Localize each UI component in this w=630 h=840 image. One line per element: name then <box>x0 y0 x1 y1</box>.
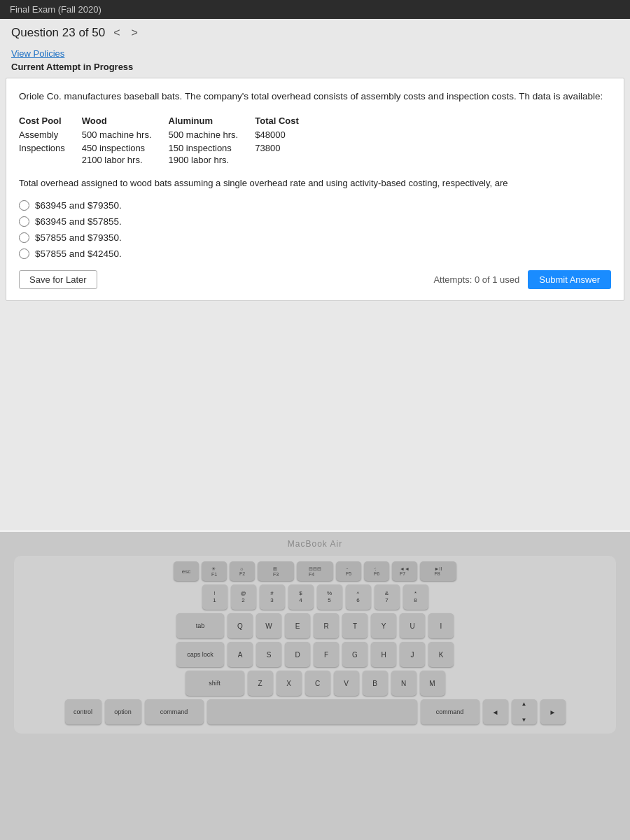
f-key[interactable]: F <box>314 642 339 667</box>
key-7[interactable]: &7 <box>374 584 400 610</box>
f8-key[interactable]: ►IIF8 <box>420 561 456 581</box>
option-1: $63945 and $79350. <box>19 200 611 211</box>
question-box: Oriole Co. manufactures baseball bats. T… <box>6 78 624 301</box>
table-row: Assembly 500 machine hrs. 500 machine hr… <box>19 128 316 141</box>
b-key[interactable]: B <box>363 671 388 696</box>
space-key[interactable] <box>207 699 417 724</box>
fn-row: esc ☀F1 ☼F2 ⊞F3 ⊟⊟⊟F4 ··F5 ·:F6 ◄◄F7 ►II… <box>22 561 608 581</box>
k-key[interactable]: K <box>428 642 454 667</box>
question-text: Oriole Co. manufactures baseball bats. T… <box>19 90 611 104</box>
row3-col4 <box>255 155 316 167</box>
q-key[interactable]: Q <box>227 613 253 638</box>
option-4-label[interactable]: $57855 and $42450. <box>35 248 122 259</box>
row3-col3: 1900 labor hrs. <box>169 155 255 167</box>
key-4[interactable]: $4 <box>288 584 314 610</box>
d-key[interactable]: D <box>285 642 310 667</box>
up-down-key[interactable]: ▲▼ <box>512 699 537 724</box>
y-key[interactable]: Y <box>371 613 396 638</box>
col-header-aluminum: Aluminum <box>169 113 255 128</box>
current-attempt-label: Current Attempt in Progress <box>0 60 630 78</box>
prev-arrow[interactable]: < <box>111 27 122 39</box>
i-key[interactable]: I <box>428 613 454 638</box>
next-arrow[interactable]: > <box>129 27 141 39</box>
col-header-wood: Wood <box>82 113 169 128</box>
key-5[interactable]: %5 <box>317 584 342 610</box>
g-key[interactable]: G <box>342 642 368 667</box>
view-policies-link[interactable]: View Policies <box>0 47 630 60</box>
content-area: Question 23 of 50 < > View Policies Curr… <box>0 19 630 530</box>
bottom-row: shift Z X C V B N M <box>22 671 608 696</box>
e-key[interactable]: E <box>285 613 310 638</box>
cmd-right-key[interactable]: command <box>421 699 479 724</box>
question-number: Question 23 of 50 <box>11 26 105 40</box>
cmd-key[interactable]: command <box>145 699 204 724</box>
a-key[interactable]: A <box>227 642 253 667</box>
row3-col2: 2100 labor hrs. <box>82 155 169 167</box>
v-key[interactable]: V <box>334 671 359 696</box>
t-key[interactable]: T <box>342 613 368 638</box>
save-later-button[interactable]: Save for Later <box>19 270 97 289</box>
key-6[interactable]: ^6 <box>346 584 371 610</box>
attempts-text: Attempts: 0 of 1 used <box>433 274 519 285</box>
f1-key[interactable]: ☀F1 <box>202 561 227 581</box>
f3-key[interactable]: ⊞F3 <box>258 561 294 581</box>
keyboard-area: MacBook Air esc ☀F1 ☼F2 ⊞F3 ⊟⊟⊟F4 ··F5 ·… <box>0 532 630 840</box>
row2-col1: Inspections <box>19 141 82 155</box>
j-key[interactable]: J <box>400 642 425 667</box>
option-3: $57855 and $79350. <box>19 232 611 243</box>
col-header-pool: Cost Pool <box>19 113 82 128</box>
key-8[interactable]: *8 <box>403 584 428 610</box>
tab-key[interactable]: tab <box>176 613 224 638</box>
number-row: !1 @2 #3 $4 %5 ^6 &7 *8 <box>22 584 608 610</box>
key-1[interactable]: !1 <box>202 584 227 610</box>
s-key[interactable]: S <box>256 642 281 667</box>
option-2-label[interactable]: $63945 and $57855. <box>35 216 122 227</box>
table-row: Inspections 450 inspections 150 inspecti… <box>19 141 316 155</box>
top-bar: Final Exam (Fall 2020) <box>0 0 630 19</box>
h-key[interactable]: H <box>371 642 396 667</box>
f6-key[interactable]: ·:F6 <box>364 561 389 581</box>
z-key[interactable]: Z <box>248 671 273 696</box>
qwerty-row: tab Q W E R T Y U I <box>22 613 608 638</box>
esc-key[interactable]: esc <box>174 561 199 581</box>
u-key[interactable]: U <box>400 613 425 638</box>
option-4: $57855 and $42450. <box>19 248 611 259</box>
ctrl-key[interactable]: control <box>65 699 102 724</box>
row1-col2: 500 machine hrs. <box>82 128 169 141</box>
n-key[interactable]: N <box>391 671 416 696</box>
radio-opt1[interactable] <box>19 200 29 211</box>
left-arrow-key[interactable]: ◄ <box>483 699 508 724</box>
radio-opt3[interactable] <box>19 232 29 243</box>
row2-col4: 73800 <box>255 141 316 155</box>
screen: Final Exam (Fall 2020) Question 23 of 50… <box>0 0 630 532</box>
f2-key[interactable]: ☼F2 <box>230 561 255 581</box>
c-key[interactable]: C <box>305 671 330 696</box>
options-group: $63945 and $79350. $63945 and $57855. $5… <box>19 200 611 259</box>
caps-key[interactable]: caps lock <box>176 642 224 667</box>
f5-key[interactable]: ··F5 <box>336 561 361 581</box>
f7-key[interactable]: ◄◄F7 <box>392 561 417 581</box>
f4-key[interactable]: ⊟⊟⊟F4 <box>297 561 333 581</box>
key-2[interactable]: @2 <box>231 584 256 610</box>
radio-opt4[interactable] <box>19 248 29 259</box>
key-3[interactable]: #3 <box>260 584 285 610</box>
footer-row: Save for Later Attempts: 0 of 1 used Sub… <box>19 270 611 289</box>
question-header: Question 23 of 50 < > <box>0 19 630 47</box>
row1-col3: 500 machine hrs. <box>169 128 255 141</box>
option-key[interactable]: option <box>105 699 141 724</box>
r-key[interactable]: R <box>314 613 339 638</box>
w-key[interactable]: W <box>256 613 281 638</box>
shift-left-key[interactable]: shift <box>186 671 244 696</box>
option-3-label[interactable]: $57855 and $79350. <box>35 232 122 243</box>
option-1-label[interactable]: $63945 and $79350. <box>35 200 122 211</box>
exam-title: Final Exam (Fall 2020) <box>10 4 102 15</box>
radio-opt2[interactable] <box>19 216 29 227</box>
keyboard: esc ☀F1 ☼F2 ⊞F3 ⊟⊟⊟F4 ··F5 ·:F6 ◄◄F7 ►II… <box>14 556 616 734</box>
m-key[interactable]: M <box>420 671 445 696</box>
right-arrow-key[interactable]: ► <box>540 699 566 724</box>
col-header-total: Total Cost <box>255 113 316 128</box>
attempts-area: Attempts: 0 of 1 used Submit Answer <box>433 270 611 289</box>
row2-col3: 150 inspections <box>169 141 255 155</box>
x-key[interactable]: X <box>276 671 302 696</box>
submit-button[interactable]: Submit Answer <box>528 270 611 289</box>
